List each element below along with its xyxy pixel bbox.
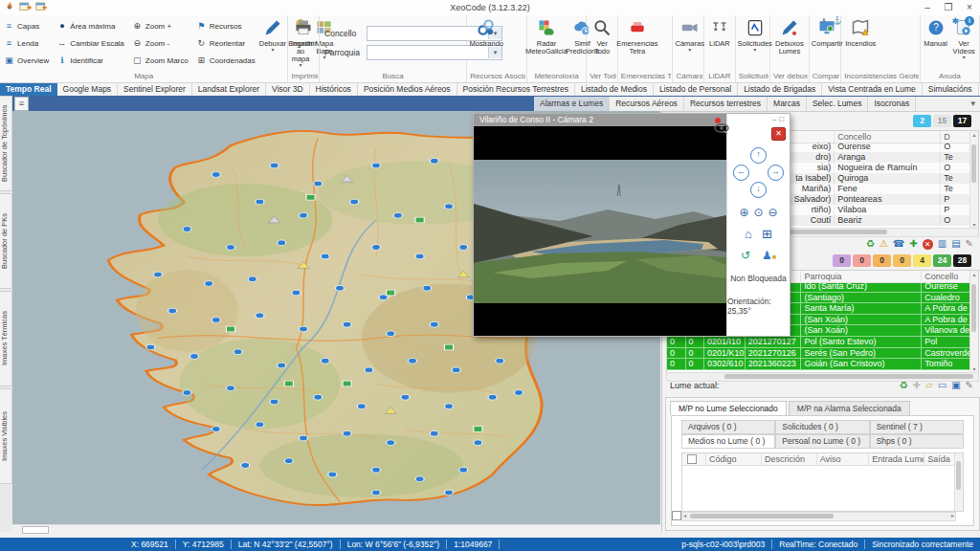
map-marker[interactable]	[256, 313, 264, 319]
map-marker[interactable]	[343, 321, 351, 327]
add-icon[interactable]: ✚	[909, 238, 917, 250]
collapse-ribbon-icon[interactable]: ∧	[821, 16, 827, 25]
map-marker[interactable]	[393, 212, 402, 218]
map-marker[interactable]	[212, 318, 220, 323]
fire-row[interactable]: 000201/K102021270126Serés (San Pedro)Cas…	[667, 348, 978, 360]
tab-visor-3d[interactable]: Visor 3D	[266, 83, 309, 96]
map-marker[interactable]	[314, 181, 323, 187]
fire-row[interactable]: 000302/6102021360223Goián (San Cristovo)…	[667, 359, 978, 370]
tab-listado-de-medios[interactable]: Listado de Medios	[575, 83, 654, 96]
panel-tab-selec-lumes[interactable]: Selec. Lumes	[807, 97, 869, 111]
tab-historicos[interactable]: Históricos	[310, 83, 358, 96]
header-checkbox[interactable]	[687, 454, 697, 464]
map-layers-button[interactable]: ≡	[14, 97, 29, 111]
zoom-out-button[interactable]: ⊖	[768, 206, 778, 219]
alarm-table-vscroll[interactable]: ▴▾	[969, 131, 978, 228]
zoom-button[interactable]: ⊖Zoom -	[129, 34, 191, 52]
map-marker-green[interactable]	[444, 344, 453, 350]
cambiar-escala-button[interactable]: ↔Cambiar Escala	[54, 34, 126, 52]
mp-tab-m-p-no-lume-seleccionado[interactable]: M/P no Lume Seleccionado	[670, 401, 787, 415]
map-marker[interactable]	[387, 440, 395, 446]
mp-tab-m-p-na-alarma-seleccionada[interactable]: M/P na Alarma Seleccionada	[789, 401, 910, 415]
fire-count-badge[interactable]: 0	[853, 254, 871, 267]
tab-posicion-medios-aereos[interactable]: Posición Medios Aéreos	[358, 83, 457, 96]
refresh-icon[interactable]: ♻	[900, 380, 908, 391]
map-marker[interactable]	[321, 253, 329, 259]
inner-tab-medios-no-lume-0[interactable]: Medios no Lume ( 0 )	[681, 434, 775, 449]
fire-count-badge[interactable]: 24	[933, 254, 951, 267]
map-marker[interactable]	[183, 227, 191, 232]
tab-google-maps[interactable]: Google Maps	[57, 83, 119, 96]
map-marker[interactable]	[270, 399, 278, 405]
medios-table[interactable]: CódigoDescriciónAvisoEntrada LumeSaída	[681, 452, 964, 512]
panel-tab-isocronas[interactable]: Isocronas	[868, 97, 916, 111]
camera-maximize-button[interactable]: □	[779, 115, 787, 123]
side-tab-buscador-de-pks[interactable]: Buscador de PKs	[0, 193, 12, 289]
home-button[interactable]: ⌂	[745, 227, 752, 241]
map-marker[interactable]	[226, 245, 234, 251]
map-marker[interactable]	[371, 490, 380, 496]
refresh-button[interactable]: ↺	[741, 249, 750, 262]
map-marker[interactable]	[387, 331, 395, 337]
cancel-icon[interactable]: ✕	[923, 239, 933, 250]
area-maxima-button[interactable]: ●Área máxima	[54, 17, 126, 34]
solicitudes-button[interactable]: Solicitudes▾	[737, 16, 773, 70]
zoom-button[interactable]: ⊕Zoom +	[129, 17, 191, 34]
incendios-button[interactable]: Incendios	[842, 16, 879, 70]
medios-vscroll[interactable]	[954, 453, 963, 511]
inner-tab-sentinel-7[interactable]: Sentinel ( 7 )	[870, 420, 964, 434]
imprimir-button[interactable]: Imprimir	[289, 16, 318, 70]
map-marker-green[interactable]	[306, 194, 315, 200]
info-icon[interactable]: i	[965, 16, 974, 26]
map-marker[interactable]	[234, 349, 242, 355]
fire-row[interactable]: 000201/I102021270127Pol (Santo Estevo)Po…	[667, 337, 978, 348]
map-marker[interactable]	[299, 212, 307, 218]
tab-tempo-real[interactable]: Tempo Real	[0, 83, 57, 96]
map-marker-green[interactable]	[387, 290, 395, 296]
map-marker[interactable]	[371, 163, 380, 168]
map-marker[interactable]	[248, 276, 256, 282]
map-marker[interactable]	[459, 245, 468, 251]
panel-tab-marcas[interactable]: Marcas	[768, 97, 807, 111]
map-marker[interactable]	[452, 367, 460, 373]
map-marker[interactable]	[146, 344, 155, 350]
lidar-button[interactable]: LiDAR	[705, 16, 734, 70]
mostrando-button[interactable]: Mostrando	[468, 16, 504, 70]
map-marker[interactable]	[278, 363, 286, 368]
inner-tab-persoal-no-lume-0[interactable]: Persoal no Lume ( 0 )	[775, 434, 869, 449]
export-icon[interactable]: ▱	[925, 380, 933, 391]
settings-icon[interactable]: ✱	[951, 16, 959, 26]
map-marker[interactable]	[357, 404, 366, 409]
medios-hscroll[interactable]: ◂▸	[681, 512, 956, 521]
alarm-count-badge[interactable]: 17	[953, 115, 971, 127]
edit-icon[interactable]: ✎	[966, 380, 973, 391]
alarm-count-badge[interactable]: 15	[933, 115, 951, 127]
inner-tab-arquivos-0[interactable]: Arquivos ( 0 )	[681, 420, 775, 434]
pan-left-button[interactable]: ←	[733, 165, 749, 181]
snapshot-icon[interactable]: ▣	[951, 380, 960, 391]
notify-icon[interactable]: ⚓	[833, 16, 842, 25]
radar-meteogalicia-button[interactable]: Radar MeteoGalicia	[528, 16, 565, 70]
fire-count-badge[interactable]: 0	[833, 254, 851, 267]
map-marker[interactable]	[430, 321, 438, 327]
tab-sentinel-explorer[interactable]: Sentinel Explorer	[118, 83, 192, 96]
map-marker[interactable]	[350, 199, 359, 205]
tab-posicion-recursos-terrestres[interactable]: Posición Recursos Terrestres	[457, 83, 575, 96]
map-marker[interactable]	[256, 199, 264, 205]
inner-tab-shps-0[interactable]: Shps ( 0 )	[870, 434, 964, 449]
panel-tab-recursos-terrestres[interactable]: Recursos terrestres	[684, 97, 768, 111]
map-marker-green[interactable]	[226, 326, 234, 332]
coordenadas-button[interactable]: ⊞Coordenadas	[193, 52, 258, 69]
zoom-marco-button[interactable]: ▢Zoom Marco	[129, 52, 191, 69]
map-marker[interactable]	[212, 172, 220, 178]
window-export-icon[interactable]	[35, 2, 48, 14]
map-marker[interactable]	[226, 386, 234, 391]
map-marker[interactable]	[278, 240, 286, 246]
phone-icon[interactable]: ☎	[893, 238, 904, 250]
map-marker[interactable]	[183, 390, 191, 396]
capas-button[interactable]: ≡Capas	[1, 17, 52, 34]
debuxar-button[interactable]: Debuxar▾	[258, 16, 287, 70]
map-marker[interactable]	[444, 404, 453, 409]
pan-up-button[interactable]: ↑	[750, 147, 767, 164]
overview-button[interactable]: ▣Overview	[1, 52, 52, 69]
